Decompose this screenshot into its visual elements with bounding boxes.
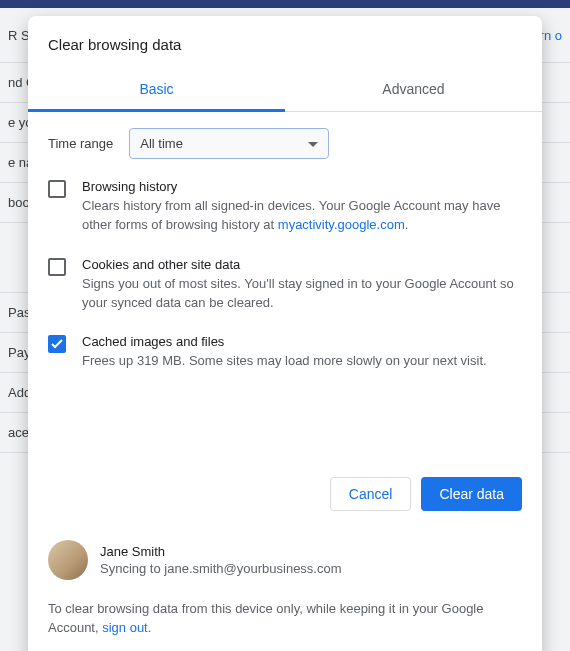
dialog-content: Time range All time Browsing history Cle… [28, 112, 542, 471]
checkbox-cookies[interactable] [48, 258, 66, 276]
dialog-title: Clear browsing data [28, 36, 542, 69]
spacer [48, 393, 522, 463]
syncing-label: Syncing to [100, 561, 161, 576]
avatar [48, 540, 88, 580]
dialog-buttons: Cancel Clear data [28, 471, 542, 531]
checkbox-cached[interactable] [48, 335, 66, 353]
option-desc: Clears history from all signed-in device… [82, 197, 522, 235]
tab-advanced[interactable]: Advanced [285, 69, 542, 111]
myactivity-link[interactable]: myactivity.google.com [278, 217, 405, 232]
clear-browsing-data-dialog: Clear browsing data Basic Advanced Time … [28, 16, 542, 651]
window-titlebar [0, 0, 570, 8]
option-desc: Frees up 319 MB. Some sites may load mor… [82, 352, 487, 371]
option-text: Cookies and other site data Signs you ou… [82, 257, 522, 313]
user-email: jane.smith@yourbusiness.com [164, 561, 341, 576]
option-browsing-history: Browsing history Clears history from all… [48, 179, 522, 235]
footer-text: . [148, 620, 152, 635]
sign-out-link[interactable]: sign out [102, 620, 148, 635]
user-sync-status: Syncing to jane.smith@yourbusiness.com [100, 561, 342, 576]
dialog-footer: To clear browsing data from this device … [28, 584, 542, 651]
option-title: Browsing history [82, 179, 522, 194]
option-cached: Cached images and files Frees up 319 MB.… [48, 334, 522, 371]
checkbox-browsing-history[interactable] [48, 180, 66, 198]
dialog-tabs: Basic Advanced [28, 69, 542, 112]
bg-text: boo [8, 195, 30, 210]
option-title: Cookies and other site data [82, 257, 522, 272]
time-range-select[interactable]: All time [129, 128, 329, 159]
option-desc-text: . [405, 217, 409, 232]
time-range-value: All time [140, 136, 183, 151]
chevron-down-icon [308, 136, 318, 151]
bg-text: R S [8, 28, 30, 43]
time-range-label: Time range [48, 136, 113, 151]
user-info: Jane Smith Syncing to jane.smith@yourbus… [100, 544, 342, 576]
bg-text: ace [8, 425, 29, 440]
user-row: Jane Smith Syncing to jane.smith@yourbus… [28, 531, 542, 584]
time-range-row: Time range All time [48, 128, 522, 159]
user-name: Jane Smith [100, 544, 342, 559]
option-desc: Signs you out of most sites. You'll stay… [82, 275, 522, 313]
option-cookies: Cookies and other site data Signs you ou… [48, 257, 522, 313]
cancel-button[interactable]: Cancel [330, 477, 412, 511]
clear-data-button[interactable]: Clear data [421, 477, 522, 511]
option-text: Cached images and files Frees up 319 MB.… [82, 334, 487, 371]
option-text: Browsing history Clears history from all… [82, 179, 522, 235]
tab-basic[interactable]: Basic [28, 69, 285, 112]
option-title: Cached images and files [82, 334, 487, 349]
